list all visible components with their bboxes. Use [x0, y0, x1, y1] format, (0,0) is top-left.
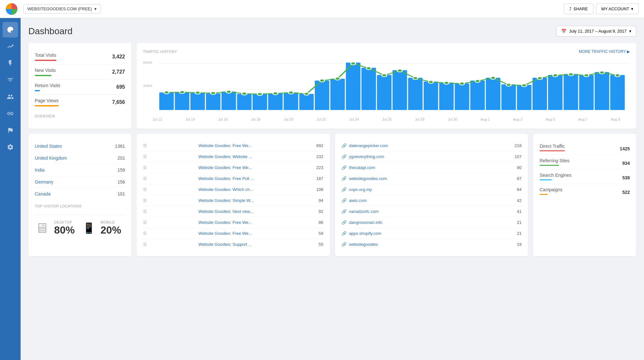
svg-point-42 [211, 92, 216, 95]
sidebar-item-palette[interactable] [3, 22, 18, 37]
account-button[interactable]: MY ACCOUNT ▾ [596, 4, 639, 14]
sidebar-item-analytics[interactable] [3, 39, 18, 54]
svg-rect-31 [501, 85, 516, 110]
svg-point-58 [459, 82, 465, 85]
svg-rect-11 [190, 93, 205, 110]
chart-x-label: Jul 24 [350, 117, 359, 121]
traffic-sources-card: Direct Traffic 1425 Referring Sites 934 … [533, 134, 636, 256]
page-icon: ☰ [143, 242, 147, 247]
svg-point-66 [584, 74, 589, 77]
mobile-label: MOBILE [101, 220, 121, 224]
chart-x-label: Jul 26 [382, 117, 391, 121]
svg-point-62 [522, 84, 527, 87]
svg-rect-12 [206, 94, 220, 110]
page-header: Dashboard 📅 July 11, 2017 – August 9, 20… [28, 26, 636, 36]
svg-point-65 [568, 73, 573, 76]
list-item: ☰ Website Goodies: Free Poll ... 187 [143, 173, 323, 184]
list-item: 🔗 websitegoodies 19 [341, 239, 522, 250]
chart-x-label: Jul 28 [415, 117, 424, 121]
chart-x-label: Jul 18 [251, 117, 260, 121]
chevron-down-icon: ▾ [629, 29, 631, 34]
chart-x-label: Jul 22 [317, 117, 326, 121]
source-row: Campaigns 522 [540, 184, 630, 198]
source-bar [540, 179, 552, 180]
svg-point-63 [537, 77, 542, 80]
sidebar-item-flag[interactable] [3, 123, 18, 138]
traffic-chart: 500 250 Jul 12Jul 14Jul 16Jul 18Jul 20Ju… [143, 58, 630, 122]
chart-x-label: Jul 16 [218, 117, 228, 121]
location-row: India159 [35, 164, 125, 176]
location-row: United Kingdom201 [35, 152, 125, 164]
referrer-icon: 🔗 [341, 231, 347, 236]
source-bar [540, 165, 559, 166]
svg-rect-18 [299, 94, 314, 110]
page-title: Dashboard [28, 26, 72, 36]
list-item: 🔗 apps.shopify.com 21 [341, 228, 522, 239]
svg-rect-15 [253, 94, 267, 110]
list-item: 🔗 thecatapi.com 90 [341, 162, 522, 173]
svg-point-49 [320, 79, 325, 82]
chart-x-label: Aug 1 [481, 117, 490, 121]
list-item: ☰ Website Goodies: Free We... 59 [143, 228, 323, 239]
page-icon: ☰ [143, 231, 147, 236]
list-item: 🔗 vanadzorfc.com 41 [341, 206, 522, 217]
overview-item: Return Visits 695 [35, 80, 125, 95]
chevron-down-icon: ▾ [631, 6, 633, 11]
svg-point-68 [615, 74, 620, 77]
locations-card: United States1361United Kingdom201India1… [28, 134, 131, 256]
svg-rect-27 [439, 83, 454, 110]
site-selector[interactable]: WEBSITEGOODIES.COM (FREE) ▾ [23, 4, 101, 14]
list-item: ☰ Website Goodies: Simple W... 94 [143, 195, 323, 206]
sidebar-item-settings[interactable] [3, 139, 18, 155]
list-item: 🔗 websitegoodies.com 87 [341, 173, 522, 184]
location-row: Germany156 [35, 176, 125, 188]
svg-rect-17 [284, 93, 298, 110]
referrer-icon: 🔗 [341, 242, 347, 247]
svg-rect-9 [159, 93, 174, 110]
svg-rect-32 [517, 85, 532, 110]
list-item: 🔗 awio.com 42 [341, 195, 522, 206]
svg-rect-22 [361, 68, 376, 110]
sidebar-item-users[interactable] [3, 89, 18, 105]
referrer-icon: 🔗 [341, 220, 347, 225]
list-item: ☰ Website Goodies: Free We... 223 [143, 162, 323, 173]
page-icon: ☰ [143, 220, 147, 225]
desktop-icon: 🖥 [35, 220, 49, 236]
desktop-label: DESKTOP [54, 220, 75, 224]
chart-x-label: Aug 5 [546, 117, 555, 121]
list-item: ☰ Website Goodies: Website ... 232 [143, 151, 323, 162]
svg-point-51 [351, 62, 356, 65]
source-row: Direct Traffic 1425 [540, 140, 630, 155]
overview-card: Total Visits 3,422 New Visits 2,727 Retu… [28, 43, 131, 129]
sidebar-item-filter[interactable] [3, 72, 18, 88]
chart-x-label: Aug 3 [513, 117, 523, 121]
overview-item: New Visits 2,727 [35, 65, 125, 80]
referrer-icon: 🔗 [341, 165, 347, 170]
chart-x-label: Aug 9 [611, 117, 620, 121]
calendar-icon: 📅 [561, 29, 566, 34]
svg-rect-29 [470, 81, 485, 110]
svg-point-41 [195, 91, 200, 94]
mobile-pct: 20% [101, 224, 121, 236]
share-button[interactable]: ⤴ SHARE [564, 4, 593, 14]
page-icon: ☰ [143, 165, 147, 170]
svg-rect-14 [237, 94, 252, 110]
svg-point-43 [226, 90, 231, 93]
svg-point-61 [506, 84, 511, 86]
svg-point-57 [444, 82, 449, 85]
list-item: 🔗 daterangepicker.com 218 [341, 140, 522, 151]
svg-point-56 [428, 81, 434, 84]
traffic-history-label: TRAFFIC HISTORY [143, 50, 177, 54]
source-bar [540, 150, 565, 151]
chevron-down-icon: ▾ [94, 6, 97, 11]
top-pages-card: ☰ Website Goodies: Free We... 892 ☰ Webs… [137, 134, 330, 256]
svg-rect-24 [392, 70, 407, 110]
svg-rect-37 [595, 72, 609, 110]
referrer-icon: 🔗 [341, 209, 347, 214]
date-range-button[interactable]: 📅 July 11, 2017 – August 9, 2017 ▾ [556, 26, 636, 36]
more-traffic-link[interactable]: MORE TRAFFIC HISTORY ▶ [579, 49, 630, 54]
svg-rect-10 [175, 92, 189, 110]
sidebar-item-lightning[interactable] [3, 55, 18, 71]
overview-bar [35, 75, 52, 76]
sidebar-item-links[interactable] [3, 106, 18, 121]
